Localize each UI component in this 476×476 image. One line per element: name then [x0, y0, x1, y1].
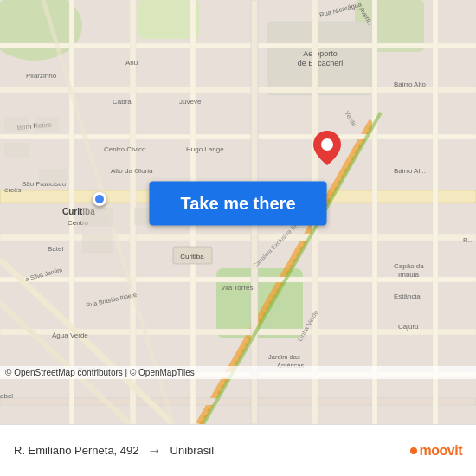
route-arrow: → [148, 443, 162, 459]
svg-rect-67 [39, 169, 67, 184]
svg-text:ércês: ércês [4, 186, 22, 194]
svg-text:Juvevê: Juvevê [179, 98, 202, 106]
svg-text:Batel: Batel [48, 245, 63, 253]
svg-rect-65 [35, 117, 59, 132]
svg-text:Estância: Estância [394, 293, 421, 300]
svg-text:Bairro Alto: Bairro Alto [394, 80, 426, 88]
svg-text:R...: R... [463, 236, 473, 244]
moovit-brand-name: moovit [420, 443, 462, 459]
bottom-bar: R. Emiliano Perneta, 492 → Unibrasil moo… [0, 424, 476, 476]
svg-rect-66 [4, 143, 29, 158]
svg-text:Cajuru: Cajuru [398, 323, 419, 331]
route-to: Unibrasil [170, 444, 215, 457]
svg-text:Pilarzinho: Pilarzinho [26, 72, 57, 80]
svg-text:Bairro Al...: Bairro Al... [394, 167, 426, 175]
svg-text:Hugo Lange: Hugo Lange [186, 145, 224, 153]
moovit-dot [410, 447, 417, 454]
svg-text:Capão da: Capão da [394, 262, 424, 270]
svg-rect-64 [4, 117, 29, 132]
svg-text:Ahú: Ahú [125, 59, 138, 67]
svg-point-72 [321, 138, 333, 151]
svg-text:Alto da Gloria: Alto da Gloria [111, 167, 153, 175]
svg-text:Vila Torres: Vila Torres [221, 284, 254, 292]
svg-rect-24 [372, 0, 377, 424]
destination-marker [313, 131, 341, 169]
origin-marker [93, 192, 106, 206]
svg-text:de Bacacheri: de Bacacheri [298, 59, 344, 68]
svg-text:Centro Cívico: Centro Cívico [104, 145, 146, 153]
svg-rect-68 [82, 208, 113, 227]
svg-text:Aeroporto: Aeroporto [303, 49, 338, 58]
svg-text:Cabral: Cabral [113, 98, 133, 106]
moovit-logo: moovit [410, 443, 462, 459]
svg-text:Água Verde: Água Verde [52, 331, 88, 339]
map-container: Aeroporto de Bacacheri Pilarzinho [0, 0, 476, 424]
svg-text:Curitiba: Curitiba [180, 253, 204, 261]
svg-text:Imbuia: Imbuia [398, 271, 420, 279]
svg-rect-25 [433, 0, 438, 424]
route-from: R. Emiliano Perneta, 492 [14, 444, 139, 457]
svg-text:Jardim das: Jardim das [268, 353, 300, 361]
svg-rect-70 [82, 234, 113, 253]
svg-rect-4 [138, 0, 199, 39]
take-me-there-button[interactable]: Take me there [149, 182, 326, 226]
svg-text:abel: abel [0, 392, 13, 400]
map-attribution: © OpenStreetMap contributors | © OpenMap… [0, 366, 476, 379]
